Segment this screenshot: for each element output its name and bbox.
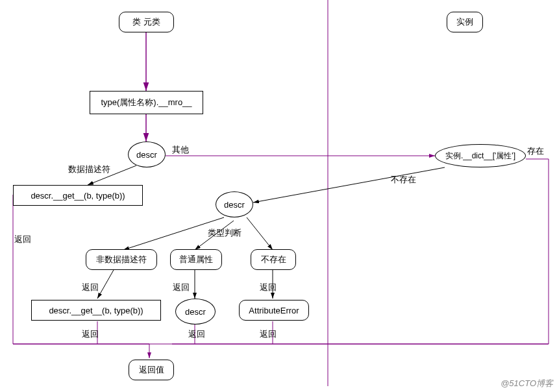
node-descr-3: descr	[175, 299, 216, 325]
node-descr-1: descr	[128, 141, 166, 167]
label-return-4: 返回	[82, 328, 99, 340]
label-data-descriptor: 数据描述符	[68, 164, 110, 175]
label-other: 其他	[172, 144, 189, 156]
node-normal-attr: 普通属性	[170, 249, 222, 270]
node-not-exist: 不存在	[251, 249, 296, 270]
svg-line-9	[97, 270, 114, 299]
label-return-1: 返回	[82, 282, 99, 293]
node-descr-2: descr	[216, 191, 253, 217]
node-non-data-descriptor: 非数据描述符	[86, 249, 157, 270]
label-return-2: 返回	[173, 282, 190, 293]
watermark: @51CTO博客	[501, 378, 553, 389]
label-return-left: 返回	[14, 234, 31, 245]
node-type-mro: type(属性名称).__mro__	[90, 91, 203, 114]
node-instance-dict: 实例.__dict__['属性']	[435, 144, 526, 167]
node-get-1: descr.__get__(b, type(b))	[13, 185, 143, 206]
label-exist: 存在	[527, 145, 544, 157]
node-attribute-error: AttributeError	[239, 300, 309, 321]
label-return-6: 返回	[260, 328, 277, 340]
label-type-check: 类型判断	[208, 227, 241, 239]
node-class-metaclass: 类 元类	[119, 12, 174, 32]
svg-line-8	[247, 217, 273, 250]
node-get-2: descr.__get__(b, type(b))	[31, 300, 161, 321]
label-return-3: 返回	[260, 282, 277, 293]
node-instance: 实例	[447, 12, 483, 32]
label-return-5: 返回	[188, 328, 205, 340]
node-return-value: 返回值	[129, 360, 174, 380]
label-not-exist-1: 不存在	[391, 174, 416, 186]
